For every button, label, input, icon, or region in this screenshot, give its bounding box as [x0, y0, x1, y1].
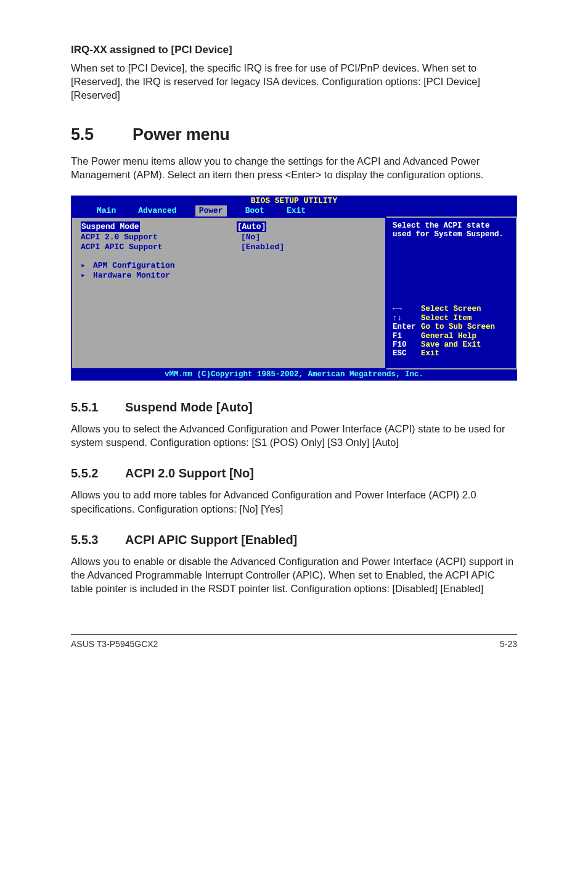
bios-body: Suspend Mode [Auto] ACPI 2.0 Support [No… [71, 217, 517, 369]
key-label: Enter [393, 323, 421, 331]
bios-header: BIOS SETUP UTILITY [71, 196, 517, 205]
keyhelp-gap [393, 358, 510, 365]
bios-row-label: ACPI APIC Support [81, 242, 241, 252]
bios-sub-apm[interactable]: ▸ APM Configuration [81, 260, 377, 270]
keyhelp-row: F1General Help [393, 332, 510, 340]
key-label: F10 [393, 340, 421, 349]
bios-footer: vMM.mm (C)Copyright 1985-2002, American … [71, 369, 517, 381]
bios-row-value: [No] [241, 232, 260, 242]
bios-row-apic[interactable]: ACPI APIC Support [Enabled] [81, 242, 377, 252]
page-footer: ASUS T3-P5945GCX2 5-23 [71, 634, 517, 650]
footer-left: ASUS T3-P5945GCX2 [71, 638, 158, 650]
keyhelp-row: ←→Select Screen [393, 305, 510, 313]
bios-row-spacer [140, 221, 237, 233]
subsection-number: 5.5.3 [71, 532, 125, 548]
irq-body: When set to [PCI Device], the specific I… [71, 61, 517, 102]
keyhelp-row: ESCExit [393, 349, 510, 358]
triangle-icon: ▸ [81, 270, 93, 280]
subsection-title: ACPI APIC Support [Enabled] [125, 533, 297, 547]
bios-row-suspend[interactable]: Suspend Mode [Auto] [81, 221, 377, 233]
key-label: ←→ [393, 305, 421, 313]
triangle-icon: ▸ [81, 260, 93, 270]
section-intro: The Power menu items allow you to change… [71, 154, 517, 182]
bios-gap [81, 252, 377, 260]
irq-heading: IRQ-XX assigned to [PCI Device] [71, 43, 517, 57]
section-number: 5.5 [71, 123, 133, 146]
bios-right-pane: Select the ACPI state used for System Su… [386, 217, 517, 369]
tab-main[interactable]: Main [93, 205, 120, 217]
key-label: ↑↓ [393, 314, 421, 323]
tab-advanced[interactable]: Advanced [134, 205, 180, 217]
subsection-551-heading: 5.5.1Suspend Mode [Auto] [71, 399, 517, 416]
subsection-553-body: Allows you to enable or disable the Adva… [71, 555, 517, 596]
bios-help-text: Select the ACPI state used for System Su… [393, 221, 510, 239]
keyhelp-row: EnterGo to Sub Screen [393, 323, 510, 331]
tab-power[interactable]: Power [195, 205, 227, 217]
section-title: Power menu [133, 125, 230, 144]
subsection-number: 5.5.2 [71, 465, 125, 482]
bios-row-label: ACPI 2.0 Support [81, 232, 241, 242]
key-label: F1 [393, 332, 421, 340]
subsection-552-body: Allows you to add more tables for Advanc… [71, 488, 517, 516]
keyhelp-row: F10Save and Exit [393, 340, 510, 349]
key-desc: Select Screen [421, 305, 481, 313]
footer-right: 5-23 [500, 638, 517, 650]
bios-row-acpi20[interactable]: ACPI 2.0 Support [No] [81, 232, 377, 242]
key-label: ESC [393, 349, 421, 358]
bios-sub-label: Hardware Monitor [93, 270, 170, 280]
subsection-551-body: Allows you to select the Advanced Config… [71, 422, 517, 450]
subsection-title: ACPI 2.0 Support [No] [125, 466, 254, 480]
bios-panel: BIOS SETUP UTILITY Main Advanced Power B… [71, 196, 517, 381]
key-desc: Exit [421, 349, 439, 358]
bios-row-value: [Enabled] [241, 242, 284, 252]
tab-exit[interactable]: Exit [283, 205, 309, 217]
keyhelp-row: ↑↓Select Item [393, 314, 510, 323]
bios-row-value: [Auto] [237, 221, 267, 233]
bios-tabs: Main Advanced Power Boot Exit [71, 205, 517, 217]
bios-row-label: Suspend Mode [81, 221, 140, 233]
subsection-title: Suspend Mode [Auto] [125, 400, 253, 414]
key-desc: Go to Sub Screen [421, 323, 495, 331]
bios-key-help: ←→Select Screen ↑↓Select Item EnterGo to… [393, 305, 510, 364]
section-heading: 5.5Power menu [71, 123, 517, 146]
subsection-553-heading: 5.5.3ACPI APIC Support [Enabled] [71, 532, 517, 548]
bios-sub-label: APM Configuration [93, 260, 175, 270]
subsection-552-heading: 5.5.2ACPI 2.0 Support [No] [71, 465, 517, 482]
key-desc: Save and Exit [421, 340, 481, 349]
key-desc: Select Item [421, 314, 472, 323]
subsection-number: 5.5.1 [71, 399, 125, 416]
tab-boot[interactable]: Boot [242, 205, 268, 217]
bios-sub-hwmon[interactable]: ▸ Hardware Monitor [81, 270, 377, 280]
key-desc: General Help [421, 332, 476, 340]
bios-left-pane: Suspend Mode [Auto] ACPI 2.0 Support [No… [71, 217, 386, 369]
